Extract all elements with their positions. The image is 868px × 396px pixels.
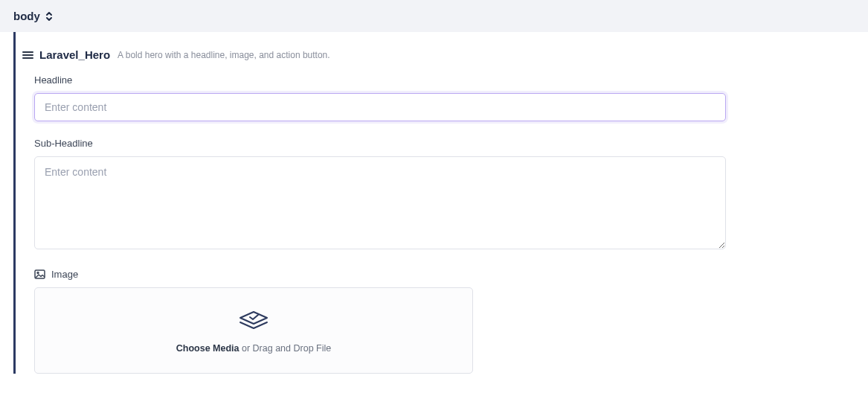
block-header: Laravel_Hero A bold hero with a headline… <box>16 32 868 61</box>
expand-collapse-icon[interactable] <box>45 11 54 22</box>
block-description: A bold hero with a headline, image, and … <box>118 50 330 60</box>
subheadline-label: Sub-Headline <box>34 138 726 149</box>
media-dropzone[interactable]: Choose Media or Drag and Drop File <box>34 287 473 374</box>
image-icon <box>34 269 45 279</box>
image-label-text: Image <box>51 269 78 280</box>
block-title: Laravel_Hero <box>39 48 110 61</box>
field-subheadline: Sub-Headline <box>34 138 726 252</box>
field-headline: Headline <box>34 74 726 121</box>
image-label: Image <box>34 269 726 280</box>
subheadline-input[interactable] <box>34 156 726 249</box>
topbar-title: body <box>13 10 40 22</box>
media-stack-icon <box>236 307 271 334</box>
svg-point-4 <box>37 272 39 274</box>
headline-label: Headline <box>34 74 726 86</box>
fields-area: Headline Sub-Headline Image <box>16 61 726 374</box>
block-accent-bar <box>13 32 16 374</box>
choose-media-label: Choose Media <box>176 343 239 354</box>
top-bar: body <box>0 0 868 32</box>
field-image: Image Choose Media or Drag and Drop File <box>34 269 726 374</box>
drag-drop-label: or Drag and Drop File <box>239 343 332 354</box>
content-block: Laravel_Hero A bold hero with a headline… <box>0 32 868 374</box>
headline-input[interactable] <box>34 93 726 121</box>
media-drop-text: Choose Media or Drag and Drop File <box>176 343 331 354</box>
drag-handle-icon[interactable] <box>22 51 33 60</box>
